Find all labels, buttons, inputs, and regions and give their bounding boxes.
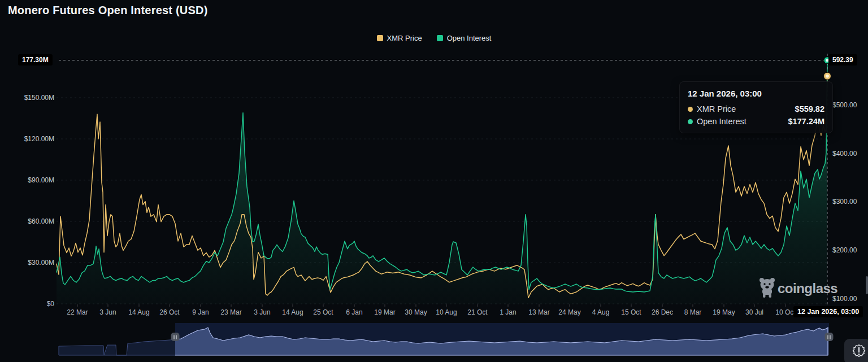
x-axis-label: 13 Mar: [528, 308, 549, 316]
x-axis-label: 8 Mar: [684, 308, 702, 316]
x-axis-label: 3 Jun: [254, 308, 270, 316]
x-axis-label: 26 Oct: [159, 308, 179, 316]
report-issue-button[interactable]: [844, 339, 868, 362]
y-axis-label-right: $200.00: [832, 246, 857, 255]
x-axis-label: 15 Oct: [621, 308, 641, 316]
x-axis-label: 10 Oct: [775, 308, 795, 316]
x-axis-label: 25 Oct: [313, 308, 333, 316]
open-interest-dot-icon: [688, 119, 693, 124]
tooltip-value: $559.82: [795, 104, 824, 114]
chart-tooltip: 12 Jan 2026, 03:00 XMR Price $559.82 Ope…: [679, 81, 833, 133]
chart-panel: Monero Futures Open Interest (USD) XMR P…: [0, 0, 868, 362]
navigator-right-handle[interactable]: [825, 333, 834, 341]
x-axis-label: 24 May: [558, 308, 580, 316]
legend-item-xmr-price[interactable]: XMR Price: [377, 34, 422, 42]
crosshair-date-badge: 12 Jan 2026, 03:00: [793, 306, 863, 317]
y-axis-label-left: $60.00M: [0, 217, 54, 226]
legend-item-open-interest[interactable]: Open Interest: [437, 34, 492, 42]
xmr-price-dot-icon: [688, 107, 693, 112]
tooltip-label: Open Interest: [697, 117, 747, 126]
legend-label: XMR Price: [387, 34, 422, 42]
x-axis-label: 30 Jul: [745, 308, 763, 316]
tooltip-row-xmr-price: XMR Price $559.82: [688, 104, 824, 114]
tooltip-date: 12 Jan 2026, 03:00: [688, 89, 824, 98]
crosshair-right-value-badge: 592.39: [828, 54, 857, 66]
x-axis-label: 4 Aug: [592, 308, 610, 316]
y-axis-label-right: $300.00: [832, 197, 857, 206]
page-title: Monero Futures Open Interest (USD): [8, 4, 208, 17]
x-axis-label: 23 Mar: [220, 308, 241, 316]
x-axis-label: 3 Jun: [99, 308, 116, 316]
x-axis-label: 19 Mar: [374, 308, 395, 316]
legend: XMR Price Open Interest: [0, 34, 868, 42]
x-axis-label: 6 Jan: [346, 308, 362, 316]
tooltip-row-open-interest: Open Interest $177.24M: [688, 117, 824, 126]
xmr-price-swatch-icon: [377, 35, 383, 41]
x-axis-label: 26 Dec: [652, 308, 673, 316]
y-axis-label-right: $400.00: [832, 149, 857, 158]
y-axis-label-right: $500.00: [832, 101, 857, 110]
x-axis-label: 22 Mar: [67, 308, 88, 316]
open-interest-swatch-icon: [437, 35, 443, 41]
chart-canvas: [0, 0, 868, 362]
navigator-left-handle[interactable]: [171, 333, 180, 341]
y-axis-label-left: $0: [0, 299, 54, 308]
y-axis-label-left: $90.00M: [0, 176, 54, 185]
scrollbar-thumb[interactable]: [866, 276, 868, 294]
legend-label: Open Interest: [447, 34, 492, 42]
x-axis-label: 14 Aug: [282, 308, 303, 316]
y-axis-label-left: $150.00M: [0, 93, 54, 102]
x-axis-label: 10 Aug: [436, 308, 457, 316]
y-axis-label-left: $120.00M: [0, 134, 54, 143]
coinglass-wordmark: coinglass: [778, 281, 837, 296]
x-axis-label: 14 Aug: [128, 308, 149, 316]
y-axis-label-left: $30.00M: [0, 258, 54, 267]
x-axis-label: 30 May: [405, 308, 427, 316]
x-axis-label: 19 May: [713, 308, 735, 316]
x-axis-label: 21 Oct: [467, 308, 487, 316]
badge-exclamation-icon: [848, 339, 868, 362]
tooltip-value: $177.24M: [788, 117, 825, 126]
x-axis-label: 9 Jan: [192, 308, 209, 316]
x-axis-label: 1 Jan: [500, 308, 516, 316]
tooltip-label: XMR Price: [697, 104, 736, 114]
crosshair-left-value-badge: 177.30M: [18, 54, 53, 66]
